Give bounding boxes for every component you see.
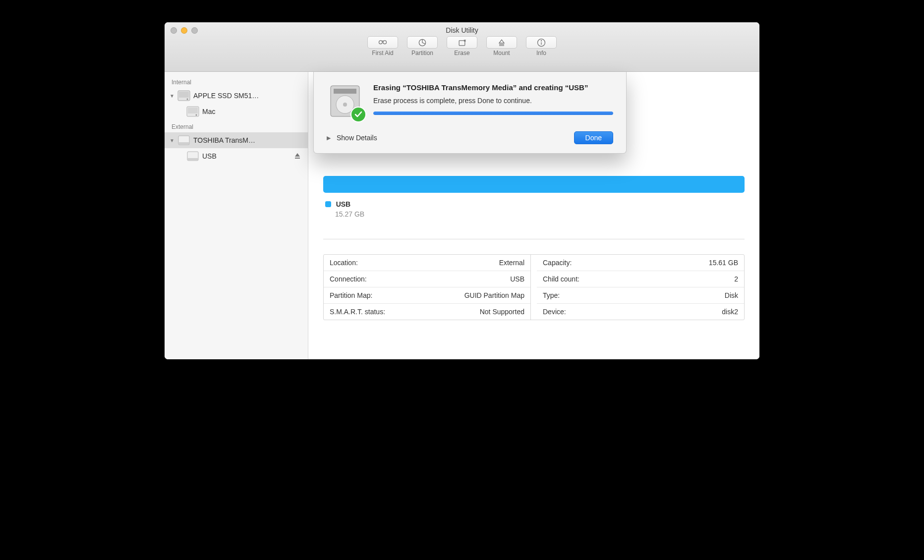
dialog-header: Erasing “TOSHIBA TransMemory Media” and … (327, 83, 613, 119)
external-drive-icon (177, 135, 190, 146)
sidebar-item-external-disk[interactable]: ▼ TOSHIBA TransM… (165, 132, 308, 148)
info-tool[interactable]: Info (526, 36, 557, 56)
info-key: Child count: (543, 275, 579, 283)
window: Disk Utility First Aid Partition Erase (165, 22, 759, 359)
svg-rect-18 (188, 158, 198, 160)
info-row: Device:disk2 (537, 304, 744, 320)
info-row: Child count:2 (537, 271, 744, 287)
svg-rect-19 (295, 158, 300, 159)
info-col-left: Location:External Connection:USB Partiti… (324, 255, 531, 320)
sidebar-item-usb[interactable]: USB (165, 148, 308, 164)
info-val: Disk (725, 291, 738, 299)
minimize-window-button[interactable] (181, 27, 187, 34)
close-window-button[interactable] (171, 27, 177, 34)
info-row: Location:External (324, 255, 530, 271)
info-key: Type: (543, 291, 560, 299)
show-details-label: Show Details (337, 134, 377, 142)
chevron-down-icon[interactable]: ▼ (170, 138, 174, 143)
info-val: disk2 (722, 308, 738, 316)
progress-bar (373, 112, 613, 115)
info-icon (526, 36, 557, 49)
mount-icon (486, 36, 517, 49)
info-key: Capacity: (543, 259, 572, 267)
info-row: S.M.A.R.T. status:Not Supported (324, 304, 530, 320)
info-key: Connection: (330, 275, 367, 283)
erase-label: Erase (454, 50, 469, 56)
svg-rect-16 (179, 142, 189, 144)
info-val: External (499, 259, 524, 267)
sidebar-item-internal-disk[interactable]: ▼ APPLE SSD SM51… (165, 88, 308, 104)
info-row: Partition Map:GUID Partition Map (324, 287, 530, 304)
info-table: Location:External Connection:USB Partiti… (323, 254, 745, 320)
traffic-lights (171, 27, 198, 34)
sidebar-item-label: Mac (202, 108, 215, 115)
partition-tool[interactable]: Partition (407, 36, 438, 56)
progress-fill (373, 112, 613, 115)
info-label: Info (536, 50, 546, 56)
sidebar-section-external: External (165, 119, 308, 132)
svg-rect-21 (334, 89, 356, 94)
info-val: 15.61 GB (709, 259, 738, 267)
svg-rect-13 (188, 108, 198, 113)
info-key: S.M.A.R.T. status: (330, 308, 385, 316)
info-row: Capacity:15.61 GB (537, 255, 744, 271)
volume-map-bar (323, 176, 745, 193)
eject-icon[interactable] (294, 152, 301, 161)
external-drive-icon (186, 151, 199, 162)
info-val: 2 (734, 275, 738, 283)
mount-tool[interactable]: Mount (486, 36, 517, 56)
divider (323, 239, 745, 239)
svg-point-8 (541, 40, 541, 41)
zoom-window-button[interactable] (191, 27, 198, 34)
sidebar-item-mac[interactable]: Mac (165, 104, 308, 119)
titlebar: Disk Utility First Aid Partition Erase (165, 22, 759, 72)
sidebar-section-internal: Internal (165, 75, 308, 88)
volume-info: USB 15.27 GB (325, 200, 745, 218)
done-button[interactable]: Done (574, 131, 613, 144)
partition-icon (407, 36, 438, 49)
info-row: Type:Disk (537, 287, 744, 304)
svg-point-23 (343, 103, 347, 107)
show-details-toggle[interactable]: ▶ Show Details (327, 134, 377, 142)
info-key: Device: (543, 308, 566, 316)
volume-name: USB (336, 200, 351, 208)
sidebar-item-label: USB (202, 152, 217, 160)
info-key: Partition Map: (330, 291, 372, 299)
info-key: Location: (330, 259, 358, 267)
toolbar: First Aid Partition Erase Mount (165, 36, 759, 56)
volume-size: 15.27 GB (335, 210, 745, 218)
first-aid-tool[interactable]: First Aid (367, 36, 398, 56)
svg-point-11 (187, 99, 188, 100)
info-val: Not Supported (480, 308, 524, 316)
sidebar: Internal ▼ APPLE SSD SM51… Mac External … (165, 72, 308, 359)
erase-icon (447, 36, 477, 49)
info-val: USB (510, 275, 524, 283)
first-aid-label: First Aid (372, 50, 393, 56)
hard-drive-icon (177, 90, 190, 101)
body: Internal ▼ APPLE SSD SM51… Mac External … (165, 72, 759, 359)
info-val: GUID Partition Map (464, 291, 524, 299)
dialog-subtitle: Erase process is complete, press Done to… (373, 97, 613, 105)
partition-label: Partition (411, 50, 433, 56)
info-col-right: Capacity:15.61 GB Child count:2 Type:Dis… (537, 255, 744, 320)
first-aid-icon (367, 36, 398, 49)
disclosure-triangle-icon: ▶ (327, 135, 331, 141)
hard-drive-icon (186, 106, 199, 117)
window-title: Disk Utility (165, 22, 759, 34)
info-row: Connection:USB (324, 271, 530, 287)
erase-dialog: Erasing “TOSHIBA TransMemory Media” and … (313, 72, 627, 154)
svg-point-1 (383, 40, 387, 44)
dialog-footer: ▶ Show Details Done (327, 131, 613, 144)
svg-rect-10 (179, 92, 189, 98)
erase-tool[interactable]: Erase (447, 36, 477, 56)
chevron-down-icon[interactable]: ▼ (170, 93, 174, 99)
mount-label: Mount (493, 50, 510, 56)
volume-color-swatch (325, 201, 331, 207)
sidebar-item-label: TOSHIBA TransM… (193, 136, 255, 144)
check-icon (350, 107, 366, 122)
dialog-disk-icon (327, 83, 363, 119)
sidebar-item-label: APPLE SSD SM51… (193, 92, 259, 100)
svg-point-14 (196, 114, 197, 116)
dialog-title: Erasing “TOSHIBA TransMemory Media” and … (373, 83, 613, 93)
svg-point-0 (379, 40, 383, 44)
